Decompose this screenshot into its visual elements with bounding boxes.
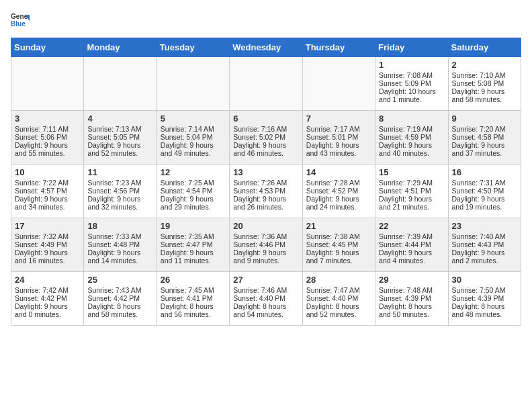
day-number: 23 bbox=[452, 221, 517, 231]
day-info: Sunrise: 7:11 AM bbox=[15, 125, 80, 133]
day-number: 19 bbox=[161, 221, 226, 231]
day-number: 2 bbox=[452, 60, 517, 70]
day-number: 24 bbox=[15, 275, 80, 285]
weekday-header: Tuesday bbox=[157, 38, 229, 57]
day-info: Sunrise: 7:25 AM bbox=[161, 179, 226, 187]
day-info: Sunrise: 7:16 AM bbox=[233, 125, 298, 133]
day-number: 14 bbox=[306, 167, 371, 177]
day-info: Daylight: 8 hours and 52 minutes. bbox=[306, 302, 371, 318]
day-number: 13 bbox=[233, 167, 298, 177]
day-info: Sunset: 4:47 PM bbox=[161, 240, 226, 248]
calendar-cell: 9Sunrise: 7:20 AMSunset: 4:58 PMDaylight… bbox=[448, 111, 521, 165]
day-info: Sunset: 4:42 PM bbox=[87, 294, 152, 302]
day-info: Sunset: 4:46 PM bbox=[233, 240, 298, 248]
day-info: Sunset: 5:01 PM bbox=[306, 133, 371, 141]
day-info: Daylight: 9 hours and 49 minutes. bbox=[161, 141, 226, 157]
day-number: 6 bbox=[233, 113, 298, 124]
day-info: Sunrise: 7:33 AM bbox=[87, 232, 152, 240]
day-info: Sunset: 4:39 PM bbox=[452, 294, 517, 302]
calendar-table: SundayMondayTuesdayWednesdayThursdayFrid… bbox=[11, 38, 521, 326]
day-info: Daylight: 8 hours and 54 minutes. bbox=[233, 302, 298, 318]
day-info: Daylight: 9 hours and 34 minutes. bbox=[15, 195, 80, 211]
day-info: Sunrise: 7:26 AM bbox=[233, 179, 298, 187]
day-info: Sunrise: 7:10 AM bbox=[452, 71, 517, 79]
day-number: 26 bbox=[161, 275, 226, 285]
calendar-cell: 30Sunrise: 7:50 AMSunset: 4:39 PMDayligh… bbox=[448, 272, 521, 326]
calendar-cell: 20Sunrise: 7:36 AMSunset: 4:46 PMDayligh… bbox=[230, 218, 302, 272]
day-number: 29 bbox=[379, 275, 444, 285]
weekday-header: Saturday bbox=[448, 38, 521, 57]
calendar-cell bbox=[302, 57, 375, 111]
day-info: Sunset: 4:53 PM bbox=[233, 187, 298, 195]
logo-icon: General Blue bbox=[11, 11, 30, 30]
calendar-cell bbox=[157, 57, 229, 111]
calendar-cell: 14Sunrise: 7:28 AMSunset: 4:52 PMDayligh… bbox=[302, 165, 375, 218]
day-number: 5 bbox=[161, 113, 226, 124]
day-info: Daylight: 9 hours and 2 minutes. bbox=[452, 248, 517, 265]
day-info: Daylight: 9 hours and 11 minutes. bbox=[161, 248, 226, 265]
day-info: Sunrise: 7:39 AM bbox=[379, 232, 444, 240]
calendar-cell: 13Sunrise: 7:26 AMSunset: 4:53 PMDayligh… bbox=[230, 165, 302, 218]
day-number: 18 bbox=[87, 221, 152, 231]
calendar-cell bbox=[84, 57, 157, 111]
calendar-cell bbox=[230, 57, 302, 111]
calendar-cell: 25Sunrise: 7:43 AMSunset: 4:42 PMDayligh… bbox=[84, 272, 157, 326]
day-number: 1 bbox=[379, 60, 444, 70]
day-number: 4 bbox=[87, 113, 152, 124]
calendar-cell: 6Sunrise: 7:16 AMSunset: 5:02 PMDaylight… bbox=[230, 111, 302, 165]
day-info: Sunrise: 7:28 AM bbox=[306, 179, 371, 187]
day-info: Sunset: 4:41 PM bbox=[161, 294, 226, 302]
day-info: Daylight: 8 hours and 56 minutes. bbox=[161, 302, 226, 318]
weekday-header: Sunday bbox=[11, 38, 84, 57]
calendar-cell: 27Sunrise: 7:46 AMSunset: 4:40 PMDayligh… bbox=[230, 272, 302, 326]
day-info: Sunrise: 7:47 AM bbox=[306, 286, 371, 294]
day-number: 25 bbox=[87, 275, 152, 285]
day-number: 17 bbox=[15, 221, 80, 231]
day-info: Daylight: 8 hours and 58 minutes. bbox=[87, 302, 152, 318]
day-number: 22 bbox=[379, 221, 444, 231]
day-info: Sunrise: 7:38 AM bbox=[306, 232, 371, 240]
day-info: Sunset: 4:39 PM bbox=[379, 294, 444, 302]
calendar-header: SundayMondayTuesdayWednesdayThursdayFrid… bbox=[11, 38, 521, 57]
day-info: Sunrise: 7:42 AM bbox=[15, 286, 80, 294]
day-info: Sunrise: 7:32 AM bbox=[15, 232, 80, 240]
day-info: Sunset: 4:44 PM bbox=[379, 240, 444, 248]
day-number: 27 bbox=[233, 275, 298, 285]
logo: General Blue bbox=[11, 11, 30, 30]
day-info: Sunset: 4:52 PM bbox=[306, 187, 371, 195]
day-info: Sunset: 4:54 PM bbox=[161, 187, 226, 195]
calendar-cell: 19Sunrise: 7:35 AMSunset: 4:47 PMDayligh… bbox=[157, 218, 229, 272]
day-info: Sunrise: 7:14 AM bbox=[161, 125, 226, 133]
calendar-cell: 29Sunrise: 7:48 AMSunset: 4:39 PMDayligh… bbox=[375, 272, 448, 326]
day-number: 8 bbox=[379, 113, 444, 124]
day-info: Sunset: 4:58 PM bbox=[452, 133, 517, 141]
day-info: Daylight: 9 hours and 55 minutes. bbox=[15, 141, 80, 157]
day-info: Daylight: 9 hours and 16 minutes. bbox=[15, 248, 80, 265]
day-info: Sunrise: 7:08 AM bbox=[379, 71, 444, 79]
calendar-cell: 11Sunrise: 7:23 AMSunset: 4:56 PMDayligh… bbox=[84, 165, 157, 218]
calendar-cell: 10Sunrise: 7:22 AMSunset: 4:57 PMDayligh… bbox=[11, 165, 84, 218]
calendar-cell: 2Sunrise: 7:10 AMSunset: 5:08 PMDaylight… bbox=[448, 57, 521, 111]
day-info: Sunrise: 7:50 AM bbox=[452, 286, 517, 294]
day-info: Sunset: 4:43 PM bbox=[452, 240, 517, 248]
day-info: Sunset: 4:45 PM bbox=[306, 240, 371, 248]
day-info: Sunrise: 7:29 AM bbox=[379, 179, 444, 187]
day-number: 15 bbox=[379, 167, 444, 177]
day-info: Sunrise: 7:36 AM bbox=[233, 232, 298, 240]
day-info: Daylight: 9 hours and 4 minutes. bbox=[379, 248, 444, 265]
day-number: 10 bbox=[15, 167, 80, 177]
calendar-cell: 17Sunrise: 7:32 AMSunset: 4:49 PMDayligh… bbox=[11, 218, 84, 272]
day-info: Sunrise: 7:31 AM bbox=[452, 179, 517, 187]
day-info: Daylight: 9 hours and 29 minutes. bbox=[161, 195, 226, 211]
day-info: Sunrise: 7:17 AM bbox=[306, 125, 371, 133]
weekday-header: Wednesday bbox=[230, 38, 302, 57]
day-number: 3 bbox=[15, 113, 80, 124]
weekday-header: Thursday bbox=[302, 38, 375, 57]
calendar-cell: 1Sunrise: 7:08 AMSunset: 5:09 PMDaylight… bbox=[375, 57, 448, 111]
weekday-header: Monday bbox=[84, 38, 157, 57]
day-info: Daylight: 9 hours and 46 minutes. bbox=[233, 141, 298, 157]
day-info: Daylight: 9 hours and 7 minutes. bbox=[306, 248, 371, 265]
day-number: 28 bbox=[306, 275, 371, 285]
calendar-cell: 3Sunrise: 7:11 AMSunset: 5:06 PMDaylight… bbox=[11, 111, 84, 165]
day-info: Sunrise: 7:20 AM bbox=[452, 125, 517, 133]
